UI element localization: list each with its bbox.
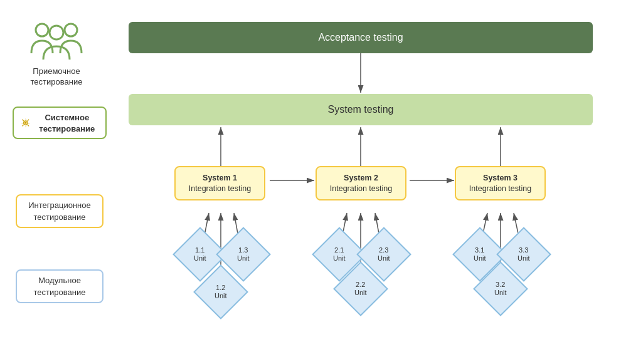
diagram-container: Приемочное тестирование: [0, 0, 621, 364]
unit-1-3-sub: Unit: [237, 254, 250, 263]
unit-3-3-sub: Unit: [518, 254, 530, 263]
sys1-line1: System 1: [189, 173, 251, 183]
unit-3-2-sub: Unit: [494, 289, 507, 297]
unit-2-3-label: 2.3: [378, 246, 390, 254]
unit-1-2-label: 1.2: [215, 284, 227, 292]
integration-node-sys3: System 3 Integration testing: [455, 166, 546, 200]
sys2-line2: Integration testing: [330, 184, 392, 194]
unit-3-2-label: 3.2: [494, 281, 507, 289]
acceptance-label: Приемочное тестирование: [13, 66, 100, 88]
unit-1-2-sub: Unit: [215, 292, 227, 300]
system-icon-box: Системное тестирование: [13, 107, 107, 139]
svg-point-5: [24, 122, 26, 123]
system-bar: System testing: [129, 94, 593, 125]
sidebar-integration: Интеграционное тестирование: [13, 194, 107, 231]
system-bar-label: System testing: [328, 104, 394, 115]
acceptance-bar: Acceptance testing: [129, 22, 593, 53]
sys3-line1: System 3: [469, 173, 531, 183]
unit-label: Модульное тестирование: [34, 276, 86, 297]
unit-1-1-sub: Unit: [194, 254, 206, 263]
sidebar-acceptance: Приемочное тестирование: [13, 19, 100, 88]
unit-2-3-sub: Unit: [378, 254, 390, 263]
svg-point-0: [36, 24, 48, 36]
system-box-label: Системное тестирование: [35, 112, 99, 134]
sidebar: Приемочное тестирование: [6, 0, 113, 364]
integration-node-sys1: System 1 Integration testing: [174, 166, 265, 200]
unit-1-1-label: 1.1: [194, 246, 206, 254]
gear-icon: [20, 114, 31, 132]
unit-box: Модульное тестирование: [16, 269, 104, 303]
svg-point-1: [65, 24, 77, 36]
integration-box: Интеграционное тестирование: [16, 194, 104, 228]
unit-3-1-label: 3.1: [474, 246, 486, 254]
unit-3-1-sub: Unit: [474, 254, 486, 263]
unit-2-2-label: 2.2: [354, 281, 367, 289]
people-icon: [28, 19, 85, 63]
integration-node-sys2: System 2 Integration testing: [316, 166, 406, 200]
unit-2-1-label: 2.1: [333, 246, 346, 254]
unit-2-2-sub: Unit: [354, 289, 367, 297]
sys3-line2: Integration testing: [469, 184, 531, 194]
unit-2-1-sub: Unit: [333, 254, 346, 263]
unit-1-3-label: 1.3: [237, 246, 250, 254]
main-diagram: Acceptance testing System testing System…: [116, 13, 612, 354]
sidebar-system: Системное тестирование: [13, 107, 107, 142]
unit-3-3-label: 3.3: [518, 246, 530, 254]
svg-point-2: [50, 26, 63, 39]
sys2-line1: System 2: [330, 173, 392, 183]
sidebar-unit: Модульное тестирование: [13, 269, 107, 306]
sys1-line2: Integration testing: [189, 184, 251, 194]
acceptance-bar-label: Acceptance testing: [318, 32, 403, 43]
integration-label: Интеграционное тестирование: [28, 200, 91, 222]
